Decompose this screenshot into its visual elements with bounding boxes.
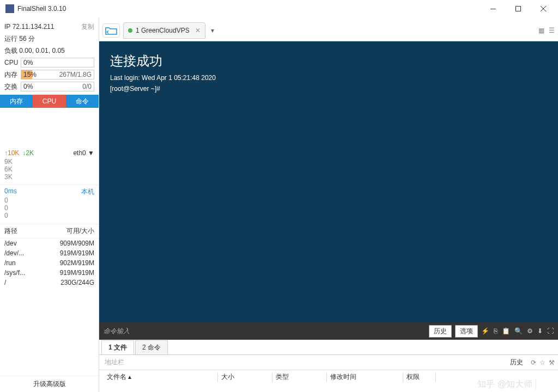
term-prompt: [root@Server ~]#: [110, 83, 547, 94]
terminal[interactable]: 连接成功 Last login: Wed Apr 1 05:21:48 2020…: [99, 41, 558, 322]
options-button[interactable]: 选项: [455, 325, 478, 338]
tab-memory[interactable]: 内存: [0, 95, 33, 108]
address-history-button[interactable]: 历史: [506, 357, 527, 368]
app-logo-icon: [5, 4, 14, 13]
status-dot-icon: [128, 28, 132, 33]
bottom-panel: 1 文件 2 命令 地址栏 历史 ⟳ ☆ ⚒ 文件名 ▴ 大小 类型 修改时间 …: [99, 340, 558, 392]
tools-icon[interactable]: ⚒: [549, 359, 555, 366]
folder-icon[interactable]: [102, 23, 120, 38]
bookmark-icon[interactable]: ☆: [539, 359, 545, 366]
tab-close-icon[interactable]: ✕: [195, 27, 201, 34]
fullscreen-icon[interactable]: ⛶: [547, 327, 554, 335]
ip-value: 72.11.134.211: [13, 23, 81, 30]
grid-view-icon[interactable]: ▦: [538, 27, 544, 34]
mem-label: 内存: [4, 70, 21, 79]
uptime-value: 运行 56 分: [4, 34, 35, 44]
gear-icon[interactable]: ⚙: [527, 327, 533, 335]
disk-row[interactable]: /dev909M/909M: [0, 238, 99, 248]
mem-meter: 15% 267M/1.8G: [21, 70, 94, 79]
ping-ms: 0ms: [4, 187, 17, 197]
ping-chart: 0ms 本机 0 0 0: [0, 185, 99, 224]
disk-row[interactable]: /sys/f...919M/919M: [0, 268, 99, 278]
search-icon[interactable]: 🔍: [514, 327, 523, 335]
download-icon[interactable]: ⬇: [537, 327, 543, 335]
command-input[interactable]: 命令输入: [104, 327, 426, 336]
term-line: 连接成功: [110, 50, 547, 72]
minimize-button[interactable]: [481, 0, 506, 17]
watermark: 知乎 @知大师: [474, 379, 536, 389]
net-up: ↑10K: [4, 149, 19, 157]
disk-col-size: 可用/大小: [66, 226, 94, 236]
col-perm[interactable]: 权限: [403, 372, 436, 382]
swap-label: 交换: [4, 82, 21, 91]
term-line: Last login: Wed Apr 1 05:21:48 2020: [110, 72, 547, 83]
tab-command[interactable]: 命令: [66, 95, 99, 108]
disk-row[interactable]: /run902M/919M: [0, 258, 99, 268]
ping-location[interactable]: 本机: [81, 187, 94, 197]
file-header: 文件名 ▴ 大小 类型 修改时间 权限 知乎 @知大师: [99, 370, 558, 392]
tab-cpu[interactable]: CPU: [33, 95, 65, 108]
net-interface-select[interactable]: eth0 ▼: [73, 149, 94, 157]
history-button[interactable]: 历史: [429, 325, 452, 338]
bolt-icon[interactable]: ⚡: [481, 327, 489, 335]
col-type[interactable]: 类型: [272, 372, 327, 382]
tab-label: 1 GreenCloudVPS: [136, 27, 190, 34]
cpu-label: CPU: [4, 59, 21, 66]
load-value: 负载 0.00, 0.01, 0.05: [4, 46, 65, 56]
net-down: ↓2K: [22, 149, 34, 157]
cpu-meter: 0%: [21, 58, 94, 68]
col-size[interactable]: 大小: [218, 372, 272, 382]
address-input[interactable]: 地址栏: [102, 357, 502, 368]
sort-icon[interactable]: ▴: [128, 373, 131, 381]
col-mtime[interactable]: 修改时间: [327, 372, 403, 382]
disk-col-path: 路径: [4, 226, 32, 236]
maximize-button[interactable]: [506, 0, 531, 17]
svg-rect-1: [516, 7, 521, 11]
swap-meter: 0% 0/0: [21, 82, 94, 91]
stat-tabs: 内存 CPU 命令: [0, 95, 99, 108]
disk-row[interactable]: /dev/...919M/919M: [0, 248, 99, 258]
command-bar: 命令输入 历史 选项 ⚡ ⎘ 📋 🔍 ⚙ ⬇ ⛶: [99, 322, 558, 340]
paste-icon[interactable]: 📋: [502, 327, 510, 335]
tab-menu-icon[interactable]: ▾: [211, 27, 214, 34]
titlebar: FinalShell 3.0.10: [0, 0, 558, 17]
session-tab[interactable]: 1 GreenCloudVPS ✕: [123, 22, 205, 39]
disk-list: 路径 可用/大小 /dev909M/909M/dev/...919M/919M/…: [0, 224, 99, 376]
col-filename[interactable]: 文件名: [107, 373, 126, 381]
file-tab[interactable]: 1 文件: [101, 340, 134, 354]
ip-label: IP: [4, 23, 10, 30]
sidebar: IP 72.11.134.211 复制 运行 56 分 负载 0.00, 0.0…: [0, 17, 99, 392]
window-title: FinalShell 3.0.10: [17, 5, 481, 13]
copy-icon[interactable]: ⎘: [494, 327, 498, 335]
copy-ip-button[interactable]: 复制: [81, 22, 94, 32]
network-chart: ↑10K ↓2K eth0 ▼ 9K 6K 3K: [0, 146, 99, 185]
refresh-icon[interactable]: ⟳: [531, 359, 536, 366]
close-button[interactable]: [531, 0, 556, 17]
command-tab[interactable]: 2 命令: [135, 340, 168, 354]
svg-rect-0: [490, 9, 496, 9]
upgrade-button[interactable]: 升级高级版: [0, 376, 99, 392]
disk-row[interactable]: /230G/244G: [0, 278, 99, 287]
list-view-icon[interactable]: ☰: [549, 27, 555, 34]
session-tabbar: 1 GreenCloudVPS ✕ ▾ ▦ ☰: [99, 17, 558, 41]
